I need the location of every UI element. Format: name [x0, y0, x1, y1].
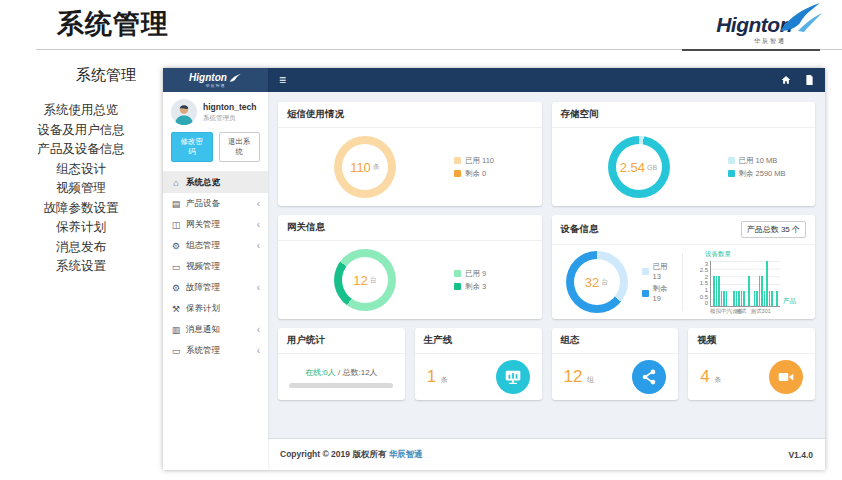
- bar: [713, 276, 715, 306]
- chevron-left-icon: ‹: [257, 346, 260, 356]
- app-window: Hignton 华辰智通 hignton_tech 系统管理员: [163, 68, 825, 470]
- sidebar-item-config-mgmt[interactable]: ⚙组态管理‹: [163, 235, 268, 256]
- outer-menu-item[interactable]: 消息发布: [0, 238, 162, 258]
- outer-menu-item[interactable]: 产品及设备信息: [0, 140, 162, 160]
- outer-menu-item[interactable]: 设备及用户信息: [0, 121, 162, 141]
- card-title: 用户统计: [287, 334, 325, 347]
- video-icon: ◫: [171, 220, 181, 230]
- outer-menu-item[interactable]: 系统使用总览: [0, 101, 162, 121]
- gateway-legend: 已用 9剩余 3: [454, 269, 486, 292]
- sidebar-item-label: 网关管理: [186, 219, 220, 231]
- outer-menu-item[interactable]: 故障参数设置: [0, 199, 162, 219]
- bar: [733, 291, 735, 306]
- video-camera-icon[interactable]: [769, 360, 803, 394]
- sidebar-item-message[interactable]: ▥消息通知‹: [163, 319, 268, 340]
- sidebar-item-label: 系统管理: [186, 345, 220, 357]
- sidebar-item-overview[interactable]: ⌂系统总览: [163, 172, 268, 193]
- change-password-button[interactable]: 修改密码: [171, 132, 213, 162]
- sidebar-item-label: 消息通知: [186, 324, 220, 336]
- card-production-line: 生产线 1 条: [415, 328, 542, 400]
- users-progress-bar: [289, 383, 393, 388]
- sidebar-item-maintenance[interactable]: ⚒保养计划: [163, 298, 268, 319]
- bar: [721, 291, 723, 306]
- bar: [736, 291, 738, 306]
- app-footer: Copyright © 2019 版权所有 华辰智通 V1.4.0: [268, 438, 825, 470]
- outer-menu-item[interactable]: 视频管理: [0, 179, 162, 199]
- home-icon[interactable]: [781, 75, 791, 85]
- legend-item: 已用 9: [454, 269, 486, 279]
- sidebar-logo: Hignton 华辰智通: [163, 68, 268, 92]
- outer-menu-list: 系统使用总览设备及用户信息产品及设备信息组态设计视频管理故障参数设置保养计划消息…: [0, 101, 162, 277]
- book-icon: ▥: [171, 325, 181, 335]
- home-icon: ⌂: [171, 178, 181, 188]
- dashboard-content: 短信使用情况 110 条 已用 110剩余 0 存储空间: [268, 92, 825, 438]
- outer-menu-item[interactable]: 系统设置: [0, 257, 162, 277]
- bar: [718, 276, 720, 306]
- bar: [769, 291, 771, 306]
- chevron-left-icon: ‹: [257, 325, 260, 335]
- bar: [771, 291, 773, 306]
- user-actions: 修改密码 退出系统: [163, 129, 268, 171]
- sidebar-item-fault-mgmt[interactable]: ⚙故障管理‹: [163, 277, 268, 298]
- file-icon[interactable]: [805, 75, 814, 85]
- desktop-icon: ▭: [171, 346, 181, 356]
- bar: [761, 276, 763, 306]
- company-link[interactable]: 华辰智通: [389, 449, 423, 459]
- card-title: 组态: [561, 334, 580, 347]
- card-device-info: 设备信息 产品总数 35 个 32 台 已用 13剩余 19: [552, 215, 816, 319]
- card-title: 视频: [697, 334, 716, 347]
- chevron-left-icon: ‹: [257, 220, 260, 230]
- book-icon: ▤: [171, 199, 181, 209]
- sidebar-item-product-device[interactable]: ▤产品设备‹: [163, 193, 268, 214]
- sidebar-item-video-mgmt[interactable]: ▭视频管理: [163, 256, 268, 277]
- bar: [776, 291, 778, 306]
- card-storage: 存储空间 2.54 GB 已用 10 MB剩余 2590 MB: [552, 102, 816, 206]
- copyright-text: Copyright © 2019 版权所有: [280, 449, 386, 459]
- sidebar-item-system-mgmt[interactable]: ▭系统管理‹: [163, 340, 268, 361]
- chevron-left-icon: ‹: [257, 241, 260, 251]
- production-line-icon[interactable]: [496, 360, 530, 394]
- sidebar-item-gateway-mgmt[interactable]: ◫网关管理‹: [163, 214, 268, 235]
- cogs-icon: ⚙: [171, 241, 181, 251]
- avatar: [171, 99, 197, 125]
- sitemap-icon[interactable]: [632, 360, 666, 394]
- sms-donut-chart: 110 条: [334, 136, 396, 198]
- card-title: 短信使用情况: [287, 108, 344, 121]
- wrench-icon: ⚒: [171, 304, 181, 314]
- card-title: 设备信息: [561, 223, 599, 236]
- gateway-donut-chart: 12 台: [334, 249, 396, 311]
- vertical-divider: [682, 253, 683, 311]
- card-user-stats: 用户统计 在线:0人 / 总数:12人: [278, 328, 405, 400]
- card-title: 生产线: [424, 334, 453, 347]
- bar: [743, 291, 745, 306]
- video-count: 4: [700, 367, 709, 386]
- bar-yticks: 32.521.510.50: [697, 261, 710, 307]
- storage-donut-chart: 2.54 GB: [608, 136, 670, 198]
- sidebar-logo-name: Hignton: [189, 72, 227, 83]
- bar: [759, 276, 761, 306]
- card-title: 存储空间: [561, 108, 599, 121]
- logout-button[interactable]: 退出系统: [219, 132, 261, 162]
- sidebar-item-label: 视频管理: [186, 261, 220, 273]
- storage-value: 2.54: [620, 160, 645, 175]
- version-label: V1.4.0: [788, 450, 813, 460]
- legend-item: 剩余 19: [642, 284, 669, 303]
- card-title: 网关信息: [287, 221, 325, 234]
- app-sidebar: Hignton 华辰智通 hignton_tech 系统管理员: [163, 68, 268, 470]
- outer-menu-item[interactable]: 组态设计: [0, 160, 162, 180]
- outer-menu-item[interactable]: 保养计划: [0, 218, 162, 238]
- username: hignton_tech: [203, 102, 256, 112]
- device-count: 32: [585, 275, 599, 290]
- sidebar-item-label: 保养计划: [186, 303, 220, 315]
- bar: [756, 291, 758, 306]
- product-total-badge[interactable]: 产品总数 35 个: [741, 221, 806, 238]
- legend-item: 已用 110: [454, 156, 494, 166]
- menu-toggle-icon[interactable]: ≡: [279, 73, 286, 87]
- bar: [754, 291, 756, 306]
- device-bar-chart: 设备数量 32.521.510.50 产品 模拟中汽设备测试测试301: [697, 250, 815, 315]
- antelope-logo-icon: [229, 73, 242, 83]
- chevron-left-icon: ‹: [257, 283, 260, 293]
- device-donut-chart: 32 台: [566, 251, 628, 313]
- sidebar-menu: ⌂系统总览▤产品设备‹◫网关管理‹⚙组态管理‹▭视频管理⚙故障管理‹⚒保养计划▥…: [163, 171, 268, 361]
- online-count: 在线:0人: [305, 368, 336, 377]
